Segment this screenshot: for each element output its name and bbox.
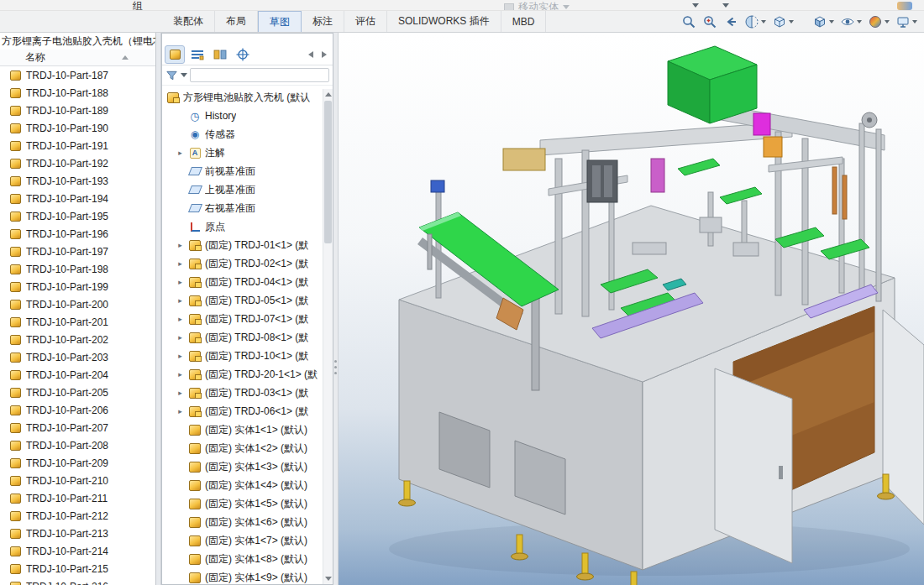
tree-node[interactable]: 原点 [162, 217, 333, 236]
list-item[interactable]: TRDJ-10-Part-207 [0, 419, 155, 436]
list-item[interactable]: TRDJ-10-Part-201 [0, 313, 155, 331]
tree-node[interactable]: (固定) TRDJ-03<1> (默 [162, 384, 333, 402]
sort-ascending-icon [122, 55, 129, 60]
list-item[interactable]: TRDJ-10-Part-187 [0, 66, 155, 84]
expand-arrow-icon[interactable] [176, 352, 185, 360]
ribbon-tab[interactable]: 布局 [215, 11, 258, 32]
expand-arrow-icon[interactable] [176, 259, 185, 268]
list-item[interactable]: TRDJ-10-Part-204 [0, 366, 155, 384]
propertymanager-tab[interactable] [187, 45, 207, 64]
scrollbar-thumb[interactable] [324, 101, 332, 243]
ribbon-tab[interactable]: 评估 [344, 11, 387, 32]
configurationmanager-tab[interactable] [210, 45, 230, 64]
expand-arrow-icon[interactable] [176, 407, 185, 415]
tree-node[interactable]: 前视基准面 [162, 162, 333, 180]
list-item[interactable]: TRDJ-10-Part-211 [0, 489, 155, 507]
tree-node[interactable]: 注解 [162, 144, 333, 162]
list-item[interactable]: TRDJ-10-Part-209 [0, 454, 155, 472]
list-item[interactable]: TRDJ-10-Part-212 [0, 507, 155, 525]
list-item[interactable]: TRDJ-10-Part-195 [0, 207, 155, 225]
list-item[interactable]: TRDJ-10-Part-192 [0, 154, 155, 172]
expand-arrow-icon[interactable] [176, 241, 185, 249]
ribbon-tab[interactable]: 草图 [258, 11, 302, 32]
tree-node[interactable]: (固定) 实体1<4> (默认) [162, 476, 333, 494]
tree-node[interactable]: (固定) 实体1<5> (默认) [162, 494, 333, 513]
tree-node[interactable]: (固定) TRDJ-06<1> (默 [162, 402, 333, 420]
list-item[interactable]: TRDJ-10-Part-210 [0, 472, 155, 489]
list-item[interactable]: TRDJ-10-Part-205 [0, 384, 155, 401]
expand-arrow-icon[interactable] [176, 370, 185, 379]
tree-node[interactable]: (固定) TRDJ-01<1> (默 [162, 236, 333, 254]
list-item[interactable]: TRDJ-10-Part-202 [0, 331, 155, 348]
name-column-header[interactable]: 名称 [0, 50, 155, 66]
list-item[interactable]: TRDJ-10-Part-200 [0, 295, 155, 313]
filter-funnel-icon[interactable] [165, 70, 178, 81]
list-item[interactable]: TRDJ-10-Part-215 [0, 560, 155, 577]
previous-view-button[interactable] [721, 12, 741, 32]
tree-node[interactable]: (固定) TRDJ-10<1> (默 [162, 347, 333, 365]
edit-appearance-button[interactable] [865, 12, 892, 32]
list-item[interactable]: TRDJ-10-Part-188 [0, 84, 155, 102]
section-view-button[interactable] [742, 12, 769, 32]
expand-arrow-icon[interactable] [176, 278, 185, 286]
tab-scroll-left-button[interactable] [305, 45, 317, 64]
tree-filter-input[interactable] [190, 68, 329, 82]
zoom-to-fit-button[interactable] [679, 12, 699, 32]
ribbon-tab[interactable]: MBD [501, 11, 547, 32]
tree-node[interactable]: (固定) TRDJ-20-1<1> (默 [162, 365, 333, 384]
view-orientation-button[interactable] [769, 12, 796, 32]
list-item[interactable]: TRDJ-10-Part-214 [0, 542, 155, 560]
list-item[interactable]: TRDJ-10-Part-190 [0, 119, 155, 137]
tree-node[interactable]: (固定) 实体1<6> (默认) [162, 513, 333, 531]
ribbon-tab[interactable]: 标注 [302, 11, 344, 32]
tree-node[interactable]: 传感器 [162, 125, 333, 144]
tree-node[interactable]: (固定) 实体1<7> (默认) [162, 531, 333, 550]
expand-arrow-icon[interactable] [176, 389, 185, 397]
scroll-up-icon[interactable] [325, 92, 332, 97]
list-item[interactable]: TRDJ-10-Part-193 [0, 172, 155, 190]
tree-node[interactable]: (固定) TRDJ-08<1> (默 [162, 328, 333, 347]
list-item[interactable]: TRDJ-10-Part-194 [0, 190, 155, 207]
tree-node[interactable]: (固定) 实体1<1> (默认) [162, 420, 333, 439]
expand-arrow-icon[interactable] [176, 149, 185, 157]
assembly-root-node[interactable]: 方形锂电池贴胶入壳机 (默认 [162, 88, 333, 107]
scroll-down-icon[interactable] [325, 577, 332, 581]
list-item[interactable]: TRDJ-10-Part-206 [0, 401, 155, 419]
list-item[interactable]: TRDJ-10-Part-196 [0, 225, 155, 243]
dimxpertmanager-tab[interactable] [233, 45, 253, 64]
list-item[interactable]: TRDJ-10-Part-199 [0, 278, 155, 295]
hide-show-items-button[interactable] [837, 12, 864, 32]
tree-node[interactable]: (固定) TRDJ-05<1> (默 [162, 291, 333, 310]
expand-arrow-icon[interactable] [176, 296, 185, 305]
ribbon-tab[interactable]: SOLIDWORKS 插件 [387, 11, 501, 32]
list-item[interactable]: TRDJ-10-Part-208 [0, 436, 155, 454]
tree-node[interactable]: History [162, 107, 333, 125]
display-style-button[interactable] [810, 12, 837, 32]
expand-arrow-icon[interactable] [176, 333, 185, 342]
tree-node[interactable]: (固定) 实体1<8> (默认) [162, 550, 333, 568]
list-item-label: TRDJ-10-Part-198 [26, 264, 108, 275]
tab-scroll-right-button[interactable] [318, 45, 330, 64]
list-item[interactable]: TRDJ-10-Part-203 [0, 348, 155, 366]
list-item[interactable]: TRDJ-10-Part-216 [0, 577, 155, 585]
list-item[interactable]: TRDJ-10-Part-191 [0, 137, 155, 154]
tree-node[interactable]: (固定) 实体1<2> (默认) [162, 439, 333, 457]
tree-node[interactable]: 右视基准面 [162, 199, 333, 217]
featuremanager-tab[interactable] [165, 45, 185, 64]
list-item[interactable]: TRDJ-10-Part-198 [0, 260, 155, 278]
list-item[interactable]: TRDJ-10-Part-197 [0, 243, 155, 260]
ribbon-tab[interactable]: 装配体 [162, 11, 215, 32]
tree-node[interactable]: (固定) TRDJ-07<1> (默 [162, 310, 333, 328]
tree-node[interactable]: (固定) 实体1<3> (默认) [162, 457, 333, 476]
tree-node[interactable]: 上视基准面 [162, 180, 333, 199]
list-item[interactable]: TRDJ-10-Part-213 [0, 525, 155, 542]
tree-node[interactable]: (固定) TRDJ-02<1> (默 [162, 254, 333, 273]
expand-arrow-icon[interactable] [176, 315, 185, 323]
view-settings-button[interactable] [893, 12, 920, 32]
graphics-viewport[interactable] [339, 33, 924, 585]
tree-node[interactable]: (固定) 实体1<9> (默认) [162, 568, 333, 585]
tree-scrollbar[interactable] [323, 89, 333, 584]
list-item[interactable]: TRDJ-10-Part-189 [0, 102, 155, 119]
tree-node[interactable]: (固定) TRDJ-04<1> (默 [162, 273, 333, 291]
zoom-to-area-button[interactable] [700, 12, 720, 32]
